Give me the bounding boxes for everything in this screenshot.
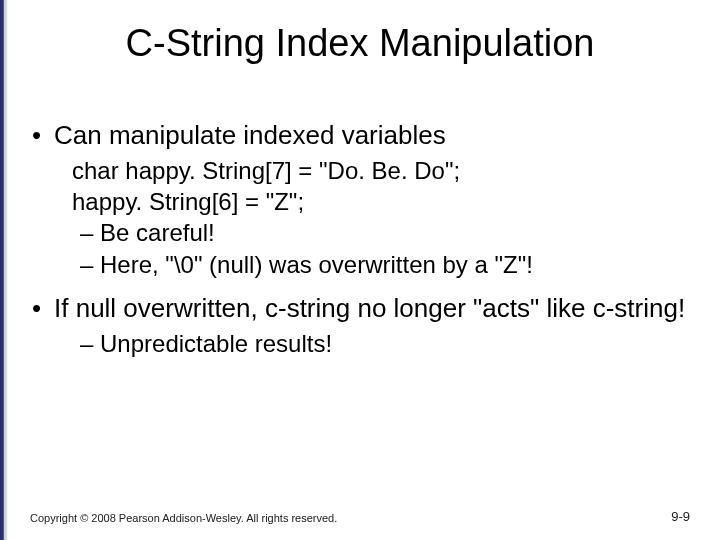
page-number: 9-9	[671, 509, 690, 524]
dash-null-overwritten: Here, "\0" (null) was overwritten by a "…	[72, 250, 690, 279]
bullet-1-text: Can manipulate indexed variables	[54, 120, 446, 150]
slide: C-String Index Manipulation Can manipula…	[0, 0, 720, 540]
bullet-2: If null overwritten, c-string no longer …	[30, 293, 690, 358]
slide-title: C-String Index Manipulation	[0, 22, 720, 65]
copyright-text: Copyright © 2008 Pearson Addison-Wesley.…	[30, 512, 337, 524]
dash-unpredictable: Unpredictable results!	[72, 329, 690, 358]
bullet-2-sub: Unpredictable results!	[54, 329, 690, 358]
bullet-2-text: If null overwritten, c-string no longer …	[54, 293, 685, 323]
dash-be-careful: Be careful!	[72, 218, 690, 247]
slide-body: Can manipulate indexed variables char ha…	[30, 120, 690, 372]
code-line-2: happy. String[6] = "Z";	[72, 187, 690, 216]
bullet-1: Can manipulate indexed variables char ha…	[30, 120, 690, 279]
code-line-1: char happy. String[7] = "Do. Be. Do";	[72, 156, 690, 185]
bullet-list: Can manipulate indexed variables char ha…	[30, 120, 690, 358]
left-accent-bar	[0, 0, 8, 540]
bullet-1-sub: char happy. String[7] = "Do. Be. Do"; ha…	[54, 156, 690, 279]
